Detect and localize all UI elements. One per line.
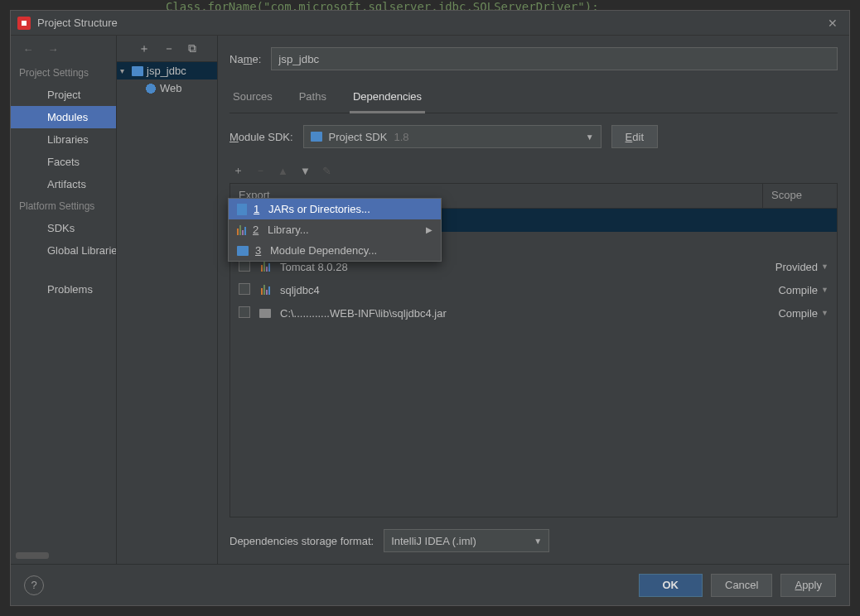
nav-back-icon[interactable]: ← (21, 43, 36, 55)
nav-artifacts[interactable]: Artifacts (11, 173, 116, 195)
nav-project[interactable]: Project (11, 84, 116, 106)
move-up-icon[interactable]: ▲ (278, 165, 288, 177)
dep-scope[interactable]: Compile▼ (762, 307, 829, 320)
right-panel: Name: Sources Paths Dependencies Module … (218, 36, 849, 564)
scrollbar[interactable] (16, 552, 49, 559)
tree-node-label: Web (160, 82, 182, 94)
library-icon (261, 285, 270, 295)
module-name-input[interactable] (271, 47, 838, 70)
sdk-value: Project SDK (329, 131, 388, 143)
folder-icon (311, 132, 322, 142)
tree-node-label: jsp_jdbc (147, 65, 186, 77)
module-folder-icon (132, 66, 143, 76)
dep-scope[interactable]: Compile▼ (762, 284, 829, 296)
storage-format-combo[interactable]: IntelliJ IDEA (.iml) ▼ (384, 529, 549, 552)
nav-facets[interactable]: Facets (11, 151, 116, 173)
menu-label: Module Dependency... (270, 244, 377, 257)
nav-sdks[interactable]: SDKs (11, 217, 116, 239)
remove-module-icon[interactable]: － (163, 41, 175, 56)
name-label: Name: (229, 53, 261, 65)
remove-dep-icon[interactable]: － (255, 163, 266, 178)
dialog-title: Project Structure (37, 17, 823, 29)
chevron-down-icon: ▼ (534, 537, 542, 546)
chevron-down-icon[interactable]: ▾ (120, 66, 128, 75)
add-dep-icon[interactable]: ＋ (233, 163, 244, 178)
help-button[interactable]: ? (24, 575, 44, 595)
edit-sdk-button[interactable]: Edit (611, 125, 658, 148)
chevron-down-icon: ▼ (586, 132, 594, 142)
add-dependency-menu: 1 JARs or Directories... 2 Library... ▶ … (228, 198, 442, 262)
titlebar: Project Structure ✕ (11, 11, 849, 36)
menu-library[interactable]: 2 Library... ▶ (229, 219, 441, 240)
table-row[interactable]: sqljdbc4 Compile▼ (230, 278, 837, 301)
nav-heading-project-settings: Project Settings (11, 62, 116, 84)
copy-module-icon[interactable]: ⧉ (188, 41, 196, 55)
tab-paths[interactable]: Paths (296, 84, 330, 113)
project-structure-dialog: Project Structure ✕ ← → Project Settings… (10, 10, 850, 606)
ok-button[interactable]: OK (639, 574, 703, 597)
storage-format-label: Dependencies storage format: (229, 535, 374, 547)
dialog-footer: ? OK Cancel Apply (11, 564, 849, 605)
menu-label: JARs or Directories... (268, 203, 370, 215)
dep-toolbar: ＋ － ▲ ▼ ✎ (229, 158, 838, 183)
tree-node-web[interactable]: Web (117, 79, 217, 97)
dep-name: C:\............WEB-INF\lib\sqljdbc4.jar (280, 307, 754, 320)
storage-value: IntelliJ IDEA (.iml) (391, 535, 476, 547)
sdk-version: 1.8 (394, 131, 408, 143)
chevron-right-icon: ▶ (426, 225, 432, 234)
move-down-icon[interactable]: ▼ (300, 165, 311, 177)
edit-dep-icon[interactable]: ✎ (322, 165, 331, 177)
dep-name: sqljdbc4 (280, 284, 754, 296)
folder-icon (259, 309, 271, 318)
nav-problems[interactable]: Problems (11, 278, 116, 301)
nav-forward-icon[interactable]: → (46, 43, 60, 55)
library-icon (237, 225, 246, 235)
nav-modules[interactable]: Modules (11, 106, 116, 128)
dep-name: Tomcat 8.0.28 (280, 261, 754, 273)
export-checkbox[interactable] (239, 283, 250, 295)
close-icon[interactable]: ✕ (823, 17, 843, 30)
col-scope: Scope (762, 184, 837, 208)
dep-scope[interactable]: Provided▼ (762, 261, 829, 273)
web-icon (145, 83, 157, 94)
left-nav: ← → Project Settings Project Modules Lib… (11, 36, 117, 564)
tab-dependencies[interactable]: Dependencies (350, 84, 425, 113)
add-module-icon[interactable]: ＋ (138, 41, 150, 56)
cancel-button[interactable]: Cancel (711, 574, 772, 597)
apply-button[interactable]: Apply (780, 574, 836, 597)
tab-sources[interactable]: Sources (229, 84, 276, 113)
table-row[interactable]: C:\............WEB-INF\lib\sqljdbc4.jar … (230, 301, 837, 325)
menu-jars-or-directories[interactable]: 1 JARs or Directories... (229, 199, 441, 219)
nav-global-libraries[interactable]: Global Libraries (11, 239, 116, 262)
jar-icon (237, 204, 247, 215)
menu-label: Library... (268, 224, 309, 236)
export-checkbox[interactable] (239, 306, 250, 318)
menu-module-dependency[interactable]: 3 Module Dependency... (229, 240, 441, 261)
module-sdk-label: Module SDK: (229, 131, 293, 143)
nav-libraries[interactable]: Libraries (11, 128, 116, 151)
module-tree-panel: ＋ － ⧉ ▾ jsp_jdbc Web (117, 36, 218, 564)
module-icon (237, 246, 249, 256)
nav-heading-platform-settings: Platform Settings (11, 195, 116, 217)
module-sdk-combo[interactable]: Project SDK 1.8 ▼ (303, 125, 602, 148)
app-icon (17, 17, 31, 30)
tree-node-module[interactable]: ▾ jsp_jdbc (117, 62, 217, 79)
library-icon (261, 262, 270, 272)
